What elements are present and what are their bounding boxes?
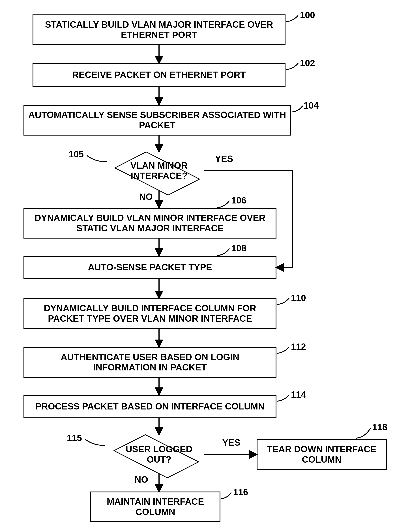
step-102-text: RECEIVE PACKET ON ETHERNET PORT xyxy=(72,70,246,80)
step-104-text: AUTOMATICALLY SENSE SUBSCRIBER ASSOCIATE… xyxy=(28,110,286,131)
step-104-box: AUTOMATICALLY SENSE SUBSCRIBER ASSOCIATE… xyxy=(23,105,291,136)
ref-118: 118 xyxy=(372,422,387,433)
step-110-box: DYNAMICALLY BUILD INTERFACE COLUMN FOR P… xyxy=(23,298,276,329)
label-no-115: NO xyxy=(135,474,148,485)
ref-116: 116 xyxy=(233,487,248,498)
step-100-text: STATICALLY BUILD VLAN MAJOR INTERFACE OV… xyxy=(37,20,281,40)
step-108-text: AUTO-SENSE PACKET TYPE xyxy=(88,262,212,273)
step-106-text: DYNAMICALY BUILD VLAN MINOR INTERFACE OV… xyxy=(28,213,272,234)
step-116-text: MAINTAIN INTERFACE COLUMN xyxy=(95,497,216,517)
ref-106: 106 xyxy=(231,195,246,206)
ref-115: 115 xyxy=(67,433,82,443)
step-116-box: MAINTAIN INTERFACE COLUMN xyxy=(90,492,220,522)
step-114-box: PROCESS PACKET BASED ON INTERFACE COLUMN xyxy=(23,395,276,418)
ref-102: 102 xyxy=(300,58,315,68)
ref-105: 105 xyxy=(69,149,84,159)
step-114-text: PROCESS PACKET BASED ON INTERFACE COLUMN xyxy=(35,401,265,412)
label-yes-105: YES xyxy=(215,154,233,164)
ref-110: 110 xyxy=(291,293,306,303)
step-115-text: USER LOGGED OUT? xyxy=(123,444,195,465)
step-112-text: AUTHENTICATE USER BASED ON LOGIN INFORMA… xyxy=(28,352,272,373)
ref-114: 114 xyxy=(291,389,306,400)
flowchart-canvas: STATICALLY BUILD VLAN MAJOR INTERFACE OV… xyxy=(0,0,395,532)
step-115-text-wrap: USER LOGGED OUT? xyxy=(123,439,195,470)
ref-100: 100 xyxy=(300,10,315,20)
step-110-text: DYNAMICALLY BUILD INTERFACE COLUMN FOR P… xyxy=(28,303,272,324)
ref-104: 104 xyxy=(304,100,318,111)
step-105-text: VLAN MINOR INTERFACE? xyxy=(123,160,195,181)
step-118-text: TEAR DOWN INTERFACE COLUMN xyxy=(261,444,382,465)
step-102-box: RECEIVE PACKET ON ETHERNET PORT xyxy=(33,63,285,87)
step-112-box: AUTHENTICATE USER BASED ON LOGIN INFORMA… xyxy=(23,347,276,378)
step-118-box: TEAR DOWN INTERFACE COLUMN xyxy=(257,439,387,470)
ref-108: 108 xyxy=(231,243,246,253)
label-no-105: NO xyxy=(139,192,153,202)
step-105-text-wrap: VLAN MINOR INTERFACE? xyxy=(123,155,195,186)
ref-112: 112 xyxy=(291,341,306,352)
label-yes-115: YES xyxy=(222,437,240,448)
step-100-box: STATICALLY BUILD VLAN MAJOR INTERFACE OV… xyxy=(33,14,285,45)
step-108-box: AUTO-SENSE PACKET TYPE xyxy=(23,256,276,279)
step-106-box: DYNAMICALY BUILD VLAN MINOR INTERFACE OV… xyxy=(23,208,276,239)
